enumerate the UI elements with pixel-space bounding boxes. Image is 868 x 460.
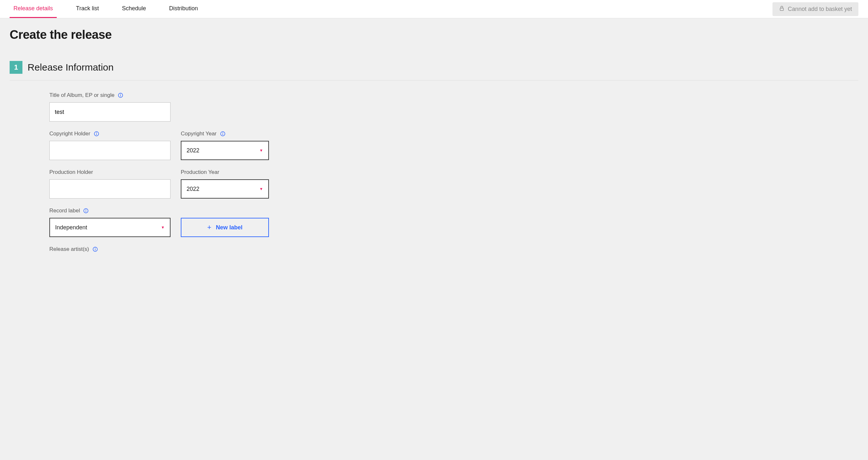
production-holder-input[interactable] <box>49 179 170 199</box>
lock-icon <box>779 5 785 13</box>
tab-distribution[interactable]: Distribution <box>165 0 202 18</box>
svg-point-9 <box>222 133 223 133</box>
production-year-label: Production Year <box>181 169 269 175</box>
title-input[interactable] <box>49 102 170 121</box>
copyright-holder-input[interactable] <box>49 141 170 160</box>
record-label-label: Record label <box>49 207 170 214</box>
tabs-container: Release details Track list Schedule Dist… <box>10 0 202 18</box>
form-area: Title of Album, EP or single Copyright H… <box>10 92 858 256</box>
svg-rect-0 <box>780 8 784 10</box>
copyright-year-label: Copyright Year <box>181 131 269 137</box>
svg-point-3 <box>121 94 121 94</box>
release-artists-label: Release artist(s) <box>49 246 98 253</box>
page-title: Create the release <box>10 28 858 42</box>
production-year-select[interactable]: 2022 ▼ <box>181 179 269 199</box>
tab-bar: Release details Track list Schedule Dist… <box>0 0 868 18</box>
info-icon[interactable] <box>94 131 99 137</box>
basket-notice: Cannot add to basket yet <box>773 2 858 16</box>
plus-icon: + <box>207 224 212 231</box>
section-header: 1 Release Information <box>10 61 858 74</box>
copyright-year-select[interactable]: 2022 ▼ <box>181 141 269 160</box>
info-icon[interactable] <box>83 208 89 213</box>
section-divider <box>10 80 858 81</box>
svg-point-12 <box>86 209 86 210</box>
basket-notice-text: Cannot add to basket yet <box>788 6 852 12</box>
production-holder-label: Production Holder <box>49 169 170 175</box>
section-title: Release Information <box>28 62 114 73</box>
record-label-select[interactable]: Independent ▼ <box>49 218 170 237</box>
info-icon[interactable] <box>92 247 98 252</box>
section-number-badge: 1 <box>10 61 23 74</box>
new-label-button[interactable]: + New label <box>181 218 269 237</box>
svg-point-6 <box>96 133 96 133</box>
tab-track-list[interactable]: Track list <box>72 0 102 18</box>
tab-release-details[interactable]: Release details <box>10 0 57 18</box>
info-icon[interactable] <box>220 131 226 137</box>
content-area: Create the release 1 Release Information… <box>0 18 868 275</box>
caret-down-icon: ▼ <box>161 225 165 230</box>
title-label: Title of Album, EP or single <box>49 92 170 98</box>
caret-down-icon: ▼ <box>259 187 263 191</box>
tab-schedule[interactable]: Schedule <box>118 0 150 18</box>
info-icon[interactable] <box>118 92 123 98</box>
caret-down-icon: ▼ <box>259 148 263 153</box>
copyright-holder-label: Copyright Holder <box>49 131 170 137</box>
svg-point-15 <box>95 248 95 248</box>
